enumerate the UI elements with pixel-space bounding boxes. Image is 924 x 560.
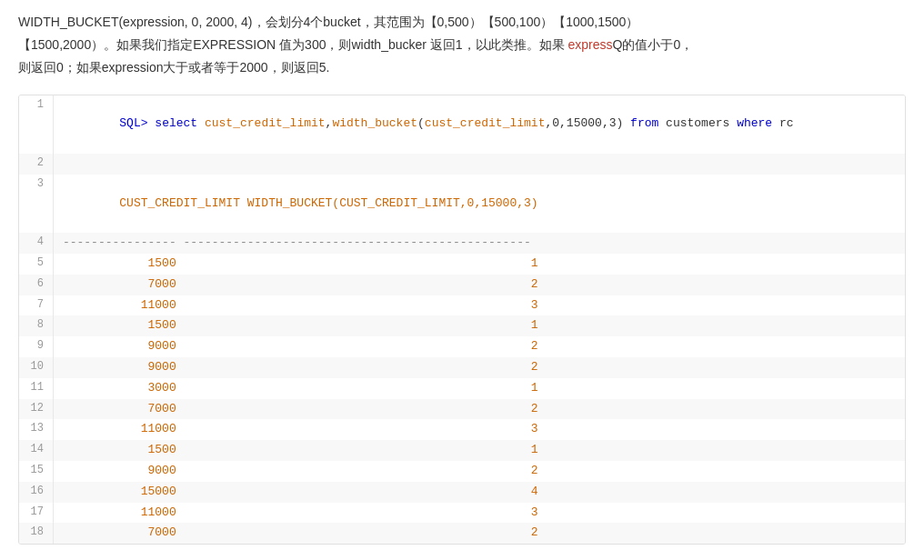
line-number: 13 xyxy=(19,419,53,440)
data-value: 2 xyxy=(531,277,538,291)
table-row: 18 7000 2 xyxy=(19,523,905,544)
where-keyword: where xyxy=(737,116,772,130)
line-number: 3 xyxy=(19,175,53,233)
code-line: 3000 1 xyxy=(53,378,905,399)
code-line: 9000 2 xyxy=(53,357,905,378)
data-value: 3 xyxy=(531,298,538,312)
data-value: 2 xyxy=(531,360,538,374)
col-arg: cust_credit_limit xyxy=(425,116,546,130)
line-number: 15 xyxy=(19,461,53,482)
data-value: 1 xyxy=(531,318,538,332)
col-ref: cust_credit_limit xyxy=(205,116,326,130)
line-number: 2 xyxy=(19,154,53,175)
data-value: 2 xyxy=(531,464,538,477)
line-number: 5 xyxy=(19,254,53,275)
line-number: 7 xyxy=(19,295,53,316)
col-header-1: CUST_CREDIT_LIMIT xyxy=(119,196,240,210)
code-table: 1 SQL> select cust_credit_limit,width_bu… xyxy=(19,95,905,545)
code-line: 11000 3 xyxy=(53,419,905,440)
description-area: WIDTH_BUCKET(expression, 0, 2000, 4)，会划分… xyxy=(0,0,924,95)
data-value: 2 xyxy=(531,525,538,539)
data-value: 3 xyxy=(531,422,538,435)
line-number: 4 xyxy=(19,233,53,254)
col-header-2: WIDTH_BUCKET(CUST_CREDIT_LIMIT,0,15000,3… xyxy=(247,196,538,210)
func-ref: width_bucket xyxy=(332,116,417,130)
select-keyword: select xyxy=(155,116,197,130)
code-line: 1500 1 xyxy=(53,440,905,461)
table-row: 9 9000 2 xyxy=(19,336,905,357)
code-line: 11000 3 xyxy=(53,503,905,524)
table-row: 7 11000 3 xyxy=(19,295,905,316)
sql-keyword: SQL> xyxy=(119,116,147,130)
data-value: 7000 xyxy=(63,525,176,539)
data-value: 1 xyxy=(531,443,538,456)
data-value: 3 xyxy=(531,505,538,519)
data-value: 11000 xyxy=(63,505,176,519)
code-line: SQL> select cust_credit_limit,width_buck… xyxy=(53,95,905,154)
description-line3: 则返回0；如果expression大于或者等于2000，则返回5. xyxy=(18,60,329,75)
table-row: 13 11000 3 xyxy=(19,419,905,440)
express-highlight: express xyxy=(568,37,613,52)
table-row: 6 7000 2 xyxy=(19,275,905,295)
table-row: 17 11000 3 xyxy=(19,503,905,524)
data-value: 3000 xyxy=(63,381,176,395)
data-value: 7000 xyxy=(63,402,176,415)
code-line: 9000 2 xyxy=(53,336,905,357)
table-row: 8 1500 1 xyxy=(19,315,905,336)
code-line xyxy=(53,154,905,175)
table-row: 15 9000 2 xyxy=(19,461,905,482)
code-line: 11000 3 xyxy=(53,295,905,316)
line-number: 11 xyxy=(19,378,53,399)
data-value: 7000 xyxy=(63,277,176,291)
code-line: CUST_CREDIT_LIMIT WIDTH_BUCKET(CUST_CRED… xyxy=(53,175,905,233)
table-row: 4 ---------------- ---------------------… xyxy=(19,233,905,254)
line-number: 18 xyxy=(19,523,53,544)
code-block: 1 SQL> select cust_credit_limit,width_bu… xyxy=(18,95,906,545)
data-value: 1500 xyxy=(63,256,176,270)
data-value: 9000 xyxy=(63,464,176,477)
data-value: 1 xyxy=(531,381,538,395)
line-number: 16 xyxy=(19,482,53,503)
line-number: 14 xyxy=(19,440,53,461)
table-row: 5 1500 1 xyxy=(19,254,905,275)
table-row: 14 1500 1 xyxy=(19,440,905,461)
code-line: 9000 2 xyxy=(53,461,905,482)
table-row: 2 xyxy=(19,154,905,175)
data-value: 2 xyxy=(531,339,538,353)
data-value: 11000 xyxy=(63,422,176,435)
table-row: 16 15000 4 xyxy=(19,482,905,503)
code-line: 7000 2 xyxy=(53,523,905,544)
table-row: 11 3000 1 xyxy=(19,378,905,399)
data-value: 2 xyxy=(531,402,538,415)
from-keyword: from xyxy=(630,116,658,130)
description-line2: 【1500,2000）。如果我们指定EXPRESSION 值为300，则widt… xyxy=(18,37,693,52)
code-line: 7000 2 xyxy=(53,399,905,420)
line-number: 1 xyxy=(19,95,53,154)
line-number: 10 xyxy=(19,357,53,378)
data-value: 4 xyxy=(531,485,538,498)
code-line: 15000 4 xyxy=(53,482,905,503)
table-row: 12 7000 2 xyxy=(19,399,905,420)
line-number: 8 xyxy=(19,315,53,336)
table-row: 3 CUST_CREDIT_LIMIT WIDTH_BUCKET(CUST_CR… xyxy=(19,175,905,233)
code-line: 1500 1 xyxy=(53,254,905,275)
description-line1: WIDTH_BUCKET(expression, 0, 2000, 4)，会划分… xyxy=(18,15,638,29)
data-value: 9000 xyxy=(63,339,176,353)
code-line: 7000 2 xyxy=(53,275,905,295)
line-number: 6 xyxy=(19,275,53,295)
code-line: 1500 1 xyxy=(53,315,905,336)
line-number: 12 xyxy=(19,399,53,420)
data-value: 1500 xyxy=(63,443,176,456)
data-value: 1 xyxy=(531,256,538,270)
table-row: 1 SQL> select cust_credit_limit,width_bu… xyxy=(19,95,905,154)
data-value: 11000 xyxy=(63,298,176,312)
line-number: 9 xyxy=(19,336,53,357)
data-value: 15000 xyxy=(63,485,176,498)
data-value: 1500 xyxy=(63,318,176,332)
line-number: 17 xyxy=(19,503,53,524)
table-row: 10 9000 2 xyxy=(19,357,905,378)
data-value: 9000 xyxy=(63,360,176,374)
code-line: ---------------- -----------------------… xyxy=(53,233,905,254)
